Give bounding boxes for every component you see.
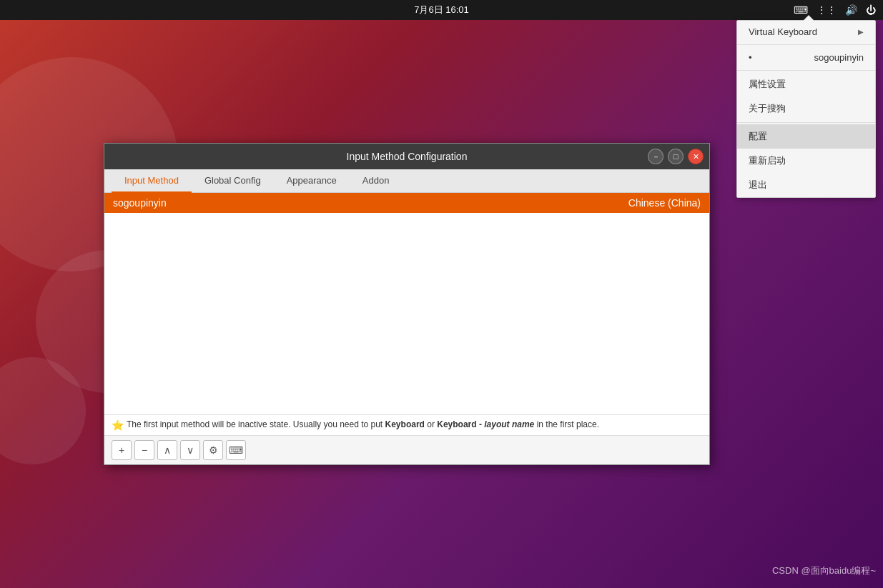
menu-properties-label: 属性设置 [749,78,786,91]
menu-separator-1 [737,44,875,45]
volume-icon[interactable]: 🔊 [845,4,857,16]
keyboard-icon[interactable]: ⌨ [794,4,808,16]
menu-virtual-keyboard-label: Virtual Keyboard [749,26,817,37]
topbar: 7月6日 16:01 ⌨ ⋮⋮ 🔊 ⏻ [0,0,883,20]
network-icon[interactable]: ⋮⋮ [817,4,837,16]
watermark: CSDN @面向baidu编程~ [772,564,876,577]
menu-sogoupinyin[interactable]: sogoupinyin [737,46,875,69]
menu-separator-2 [737,70,875,71]
menu-restart-label: 重新启动 [749,154,786,167]
tab-input-method[interactable]: Input Method [112,169,192,193]
context-menu: Virtual Keyboard ▶ sogoupinyin 属性设置 关于搜狗… [736,20,876,198]
toolbar: + − ∧ ∨ ⚙ ⌨ [104,435,709,464]
maximize-button[interactable]: □ [668,149,684,164]
dialog-content: sogoupinyin Chinese (China) ⭐ The first … [104,193,709,464]
config-button[interactable]: ⚙ [203,440,223,460]
menu-sogoupinyin-label: sogoupinyin [814,52,864,63]
dialog-titlebar: Input Method Configuration － □ ✕ [104,144,709,169]
info-bar: ⭐ The first input method will be inactiv… [104,414,709,435]
topbar-center: 7月6日 16:01 [414,4,469,16]
im-row-sogoupinyin[interactable]: sogoupinyin Chinese (China) [104,193,709,213]
dialog-controls: － □ ✕ [648,149,704,164]
keyboard-layout-button[interactable]: ⌨ [226,440,246,460]
submenu-arrow-icon: ▶ [858,28,864,36]
tab-bar: Input Method Global Config Appearance Ad… [104,169,709,193]
menu-separator-3 [737,122,875,123]
im-list-empty [104,213,709,406]
menu-quit-label: 退出 [749,179,767,191]
tab-appearance[interactable]: Appearance [274,169,350,193]
input-method-dialog: Input Method Configuration － □ ✕ Input M… [104,143,710,465]
menu-config[interactable]: 配置 [737,124,875,149]
menu-virtual-keyboard[interactable]: Virtual Keyboard ▶ [737,21,875,43]
tab-global-config[interactable]: Global Config [192,169,274,193]
move-down-button[interactable]: ∨ [180,440,200,460]
desktop: 7月6日 16:01 ⌨ ⋮⋮ 🔊 ⏻ Input Method Configu… [0,0,883,588]
watermark-text: CSDN @面向baidu编程~ [772,565,876,576]
remove-button[interactable]: − [134,440,154,460]
im-name: sogoupinyin [113,197,167,209]
menu-about-label: 关于搜狗 [749,102,786,115]
star-icon: ⭐ [112,419,124,431]
info-text: The first input method will be inactive … [127,419,599,429]
minimize-button[interactable]: － [648,149,664,164]
menu-properties[interactable]: 属性设置 [737,72,875,96]
menu-config-label: 配置 [749,130,767,143]
im-list: sogoupinyin Chinese (China) [104,193,709,414]
menu-restart[interactable]: 重新启动 [737,149,875,173]
im-lang: Chinese (China) [628,197,701,209]
move-up-button[interactable]: ∧ [157,440,177,460]
menu-about[interactable]: 关于搜狗 [737,96,875,121]
menu-quit[interactable]: 退出 [737,173,875,197]
tab-addon[interactable]: Addon [350,169,403,193]
datetime-label: 7月6日 16:01 [414,4,469,16]
power-icon[interactable]: ⏻ [866,4,876,16]
dialog-title: Input Method Configuration [347,151,468,162]
close-button[interactable]: ✕ [688,149,704,164]
add-button[interactable]: + [112,440,132,460]
